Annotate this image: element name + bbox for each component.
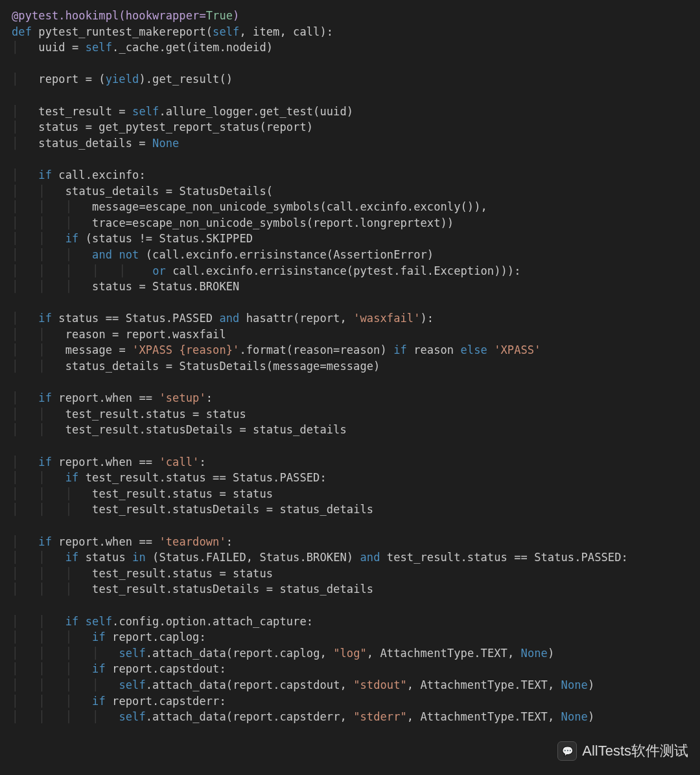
code-block: @pytest.hookimpl(hookwrapper=True) def p… xyxy=(0,0,700,737)
watermark-text: AllTests软件测试 xyxy=(582,741,688,761)
watermark: 💬 AllTests软件测试 xyxy=(557,741,688,761)
wechat-icon: 💬 xyxy=(557,741,577,761)
